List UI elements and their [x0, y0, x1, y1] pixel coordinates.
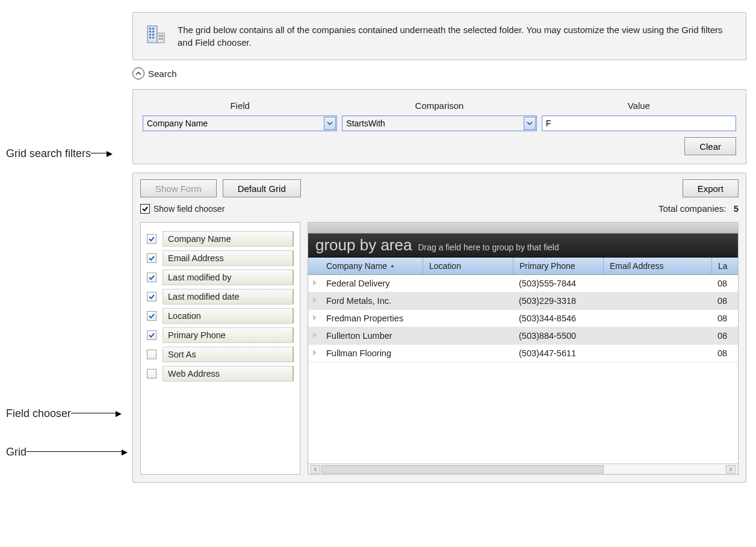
cell-la: 08 — [711, 292, 736, 309]
table-row[interactable]: Fullerton Lumber(503)884-550008 — [308, 327, 738, 345]
show-form-button[interactable]: Show Form — [140, 179, 217, 197]
field-chooser-checkbox[interactable] — [147, 292, 156, 301]
expand-icon[interactable] — [313, 280, 317, 286]
svg-rect-5 — [152, 31, 154, 32]
column-header[interactable]: Primary Phone — [513, 258, 603, 274]
expand-icon[interactable] — [313, 297, 317, 303]
field-chooser-label[interactable]: Location — [163, 308, 294, 324]
cell-location — [423, 327, 513, 344]
svg-rect-2 — [149, 28, 151, 29]
info-panel: The grid below contains all of the compa… — [132, 12, 746, 60]
field-chooser-item: Location — [147, 308, 294, 324]
svg-rect-8 — [149, 37, 151, 39]
callout-grid: Grid — [6, 446, 128, 459]
field-select[interactable] — [143, 116, 337, 131]
svg-rect-6 — [149, 34, 151, 36]
callout-grid-label: Grid — [6, 446, 26, 459]
field-chooser-checkbox[interactable] — [147, 273, 156, 282]
default-grid-button[interactable]: Default Grid — [223, 179, 301, 197]
field-chooser-label[interactable]: Company Name — [163, 231, 294, 247]
value-input[interactable] — [542, 116, 736, 131]
svg-rect-11 — [161, 35, 163, 37]
show-field-chooser-checkbox[interactable] — [140, 204, 150, 214]
callout-chooser-label: Field chooser — [6, 407, 71, 420]
cell-email — [603, 275, 711, 292]
comparison-label: Comparison — [415, 100, 464, 111]
column-header[interactable]: La — [711, 258, 736, 274]
group-by-area[interactable]: group by area Drag a field here to group… — [308, 233, 738, 258]
cell-email — [603, 327, 711, 344]
column-header[interactable]: Email Address — [603, 258, 711, 274]
field-chooser-item: Email Address — [147, 250, 294, 266]
search-title: Search — [148, 69, 177, 79]
cell-email — [603, 345, 711, 362]
cell-location — [423, 292, 513, 309]
svg-rect-3 — [152, 28, 154, 29]
field-select-dropdown-icon[interactable] — [324, 117, 336, 130]
table-row[interactable]: Fullman Flooring(503)447-561108 — [308, 345, 738, 362]
cell-email — [603, 292, 711, 309]
show-field-chooser-label: Show field chooser — [153, 204, 225, 214]
callout-chooser: Field chooser — [6, 407, 122, 420]
svg-rect-10 — [159, 35, 161, 37]
field-chooser-label[interactable]: Web Address — [163, 366, 294, 382]
field-chooser-checkbox[interactable] — [147, 330, 156, 340]
field-chooser-item: Company Name — [147, 231, 294, 247]
scroll-track[interactable] — [321, 465, 725, 474]
grid-header: Company NameLocationPrimary PhoneEmail A… — [308, 258, 738, 275]
table-row[interactable]: Ford Metals, Inc.(503)229-331808 — [308, 292, 738, 310]
field-chooser-label[interactable]: Email Address — [163, 250, 294, 266]
scroll-right-icon[interactable] — [726, 465, 736, 474]
cell-location — [423, 310, 513, 327]
grid-panel: Show Form Default Grid Export Show field… — [132, 173, 746, 483]
info-text: The grid below contains all of the compa… — [178, 23, 734, 49]
cell-phone: (503)447-5611 — [513, 345, 603, 362]
field-chooser-item: Last modified date — [147, 289, 294, 304]
total-companies: Total companies: 5 — [658, 203, 739, 214]
expand-icon[interactable] — [313, 332, 317, 338]
field-chooser-checkbox[interactable] — [147, 253, 156, 263]
field-chooser-label[interactable]: Primary Phone — [163, 327, 294, 343]
comparison-select[interactable] — [342, 116, 536, 131]
field-chooser-label[interactable]: Last modified by — [163, 270, 294, 285]
svg-rect-12 — [159, 38, 161, 40]
total-companies-value: 5 — [734, 203, 739, 214]
cell-company: Ford Metals, Inc. — [308, 292, 423, 309]
field-chooser-checkbox[interactable] — [147, 350, 156, 359]
total-companies-label: Total companies: — [658, 203, 727, 214]
table-row[interactable]: Federal Delivery(503)555-784408 — [308, 275, 738, 292]
field-chooser-item: Last modified by — [147, 270, 294, 285]
export-button[interactable]: Export — [683, 179, 739, 197]
cell-location — [423, 345, 513, 362]
building-icon — [145, 23, 167, 47]
svg-rect-4 — [149, 31, 151, 32]
cell-location — [423, 275, 513, 292]
cell-company: Fullman Flooring — [308, 345, 423, 362]
sort-asc-icon — [389, 261, 395, 271]
table-row[interactable]: Fredman Properties(503)344-854608 — [308, 310, 738, 327]
cell-phone: (503)555-7844 — [513, 275, 603, 292]
cell-phone: (503)344-8546 — [513, 310, 603, 327]
scroll-thumb[interactable] — [321, 465, 604, 474]
clear-button[interactable]: Clear — [684, 137, 736, 155]
value-label: Value — [628, 100, 650, 111]
expand-icon[interactable] — [313, 350, 317, 356]
field-chooser: Company NameEmail AddressLast modified b… — [140, 222, 300, 475]
field-chooser-checkbox[interactable] — [147, 311, 156, 321]
cell-company: Fullerton Lumber — [308, 327, 423, 344]
cell-company: Fredman Properties — [308, 310, 423, 327]
scroll-left-icon[interactable] — [311, 465, 320, 474]
column-header[interactable]: Location — [423, 258, 513, 274]
horizontal-scrollbar[interactable] — [308, 463, 738, 474]
column-header[interactable]: Company Name — [308, 258, 423, 274]
field-chooser-item: Sort As — [147, 347, 294, 362]
expand-icon[interactable] — [313, 315, 317, 321]
field-chooser-label[interactable]: Sort As — [163, 347, 294, 362]
field-chooser-checkbox[interactable] — [147, 234, 156, 244]
callout-filters-label: Grid search filters — [6, 147, 91, 160]
comparison-select-dropdown-icon[interactable] — [524, 117, 536, 130]
field-chooser-label[interactable]: Last modified date — [163, 289, 294, 304]
svg-rect-9 — [152, 37, 154, 39]
field-chooser-checkbox[interactable] — [147, 369, 156, 379]
collapse-search-button[interactable] — [132, 67, 144, 79]
